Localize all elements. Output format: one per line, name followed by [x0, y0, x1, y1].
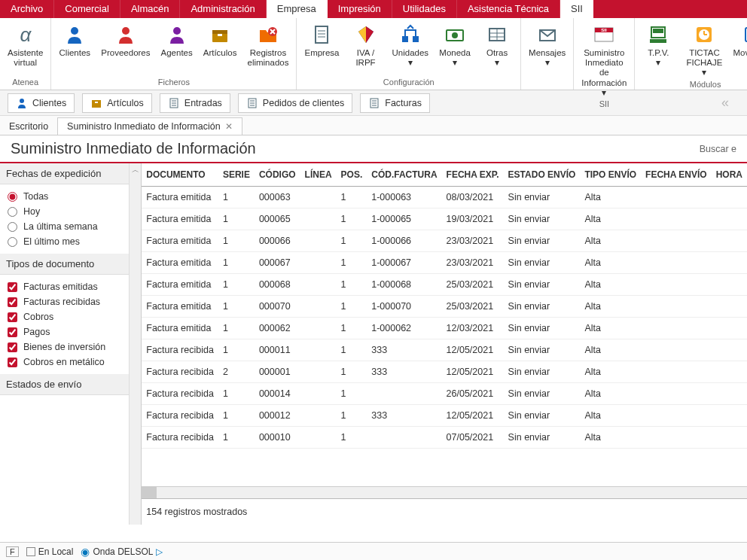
quick-button-facturas[interactable]: Facturas: [360, 93, 430, 113]
col-header[interactable]: LÍNEA: [300, 163, 337, 187]
menu-item-empresa[interactable]: Empresa: [267, 0, 328, 18]
table-row[interactable]: Factura emitida100006311-00006308/03/202…: [142, 187, 747, 208]
col-header[interactable]: HORA: [712, 163, 747, 187]
units-icon: [398, 23, 422, 47]
ribbon-button-asistente[interactable]: αAsistente virtual: [5, 21, 46, 69]
col-header[interactable]: FECHA ENVÍO: [641, 163, 712, 187]
ribbon-button-clientes[interactable]: Clientes: [56, 21, 93, 59]
ribbon-button-proveedores[interactable]: Proveedores: [98, 21, 153, 59]
ribbon-button-suministro-inmediato[interactable]: SIISuministro Inmediato de Información ▾: [578, 21, 630, 99]
col-header[interactable]: POS.: [337, 163, 367, 187]
ribbon-button-empresa[interactable]: Empresa: [301, 21, 342, 59]
col-header[interactable]: ESTADO ENVÍO: [504, 163, 581, 187]
filter-section-tipos[interactable]: Tipos de documento: [0, 254, 142, 275]
table-row[interactable]: Factura recibida1000010107/05/2021Sin en…: [142, 427, 747, 449]
filter-section-estados[interactable]: Estados de envío: [0, 374, 142, 395]
menu-item-sii[interactable]: SII: [560, 0, 593, 18]
page-title: Suministro Inmediato de Información: [11, 140, 256, 157]
check-tipo-4[interactable]: Bienes de inversión: [8, 339, 139, 355]
ribbon-button-t.p.v.[interactable]: T.P.V. ▾: [639, 21, 677, 69]
money-icon: [443, 23, 467, 47]
table-cell: 1: [337, 318, 367, 339]
table-row[interactable]: Factura recibida1000012133312/05/2021Sin…: [142, 405, 747, 427]
ribbon-button-otras[interactable]: Otras ▾: [478, 21, 516, 69]
table-cell: 000014: [255, 383, 300, 405]
col-header[interactable]: CÓDIGO: [255, 163, 300, 187]
ribbon-button-moneda[interactable]: Moneda ▾: [436, 21, 474, 69]
quick-button-pedidos-de-clientes[interactable]: Pedidos de clientes: [238, 93, 352, 113]
col-header[interactable]: TIPO ENVÍO: [580, 163, 641, 187]
check-tipo-5[interactable]: Cobros en metálico: [8, 355, 139, 370]
table-cell: 000001: [255, 361, 300, 383]
grid-horizontal-scrollbar[interactable]: [142, 486, 747, 498]
table-cell: Alta: [580, 252, 641, 274]
workspace-tab[interactable]: Escritorio: [0, 117, 57, 135]
menu-item-almacén[interactable]: Almacén: [120, 0, 181, 18]
radio-fecha-2[interactable]: La última semana: [8, 219, 139, 234]
table-row[interactable]: Factura recibida1000014126/05/2021Sin en…: [142, 383, 747, 405]
ribbon-button-tictac[interactable]: TICTAC FICHAJE ▾: [681, 21, 727, 80]
ribbon-button-mensajes[interactable]: Mensajes ▾: [526, 21, 569, 69]
collapse-ribbon-icon[interactable]: «: [711, 95, 739, 111]
filter-panel: Fechas de expedición TodasHoyLa última s…: [0, 163, 142, 525]
menu-item-comercial[interactable]: Comercial: [54, 0, 120, 18]
radio-fecha-3[interactable]: El último mes: [8, 234, 139, 249]
workspace-tab[interactable]: Suministro Inmediato de Información✕: [57, 117, 242, 135]
table-cell: 19/03/2021: [442, 208, 504, 230]
main-area: Fechas de expedición TodasHoyLa última s…: [0, 163, 747, 525]
menu-item-archivo[interactable]: Archivo: [0, 0, 54, 18]
table-cell: [300, 318, 337, 339]
table-row[interactable]: Factura emitida100007011-00007025/03/202…: [142, 296, 747, 318]
menu-item-utilidades[interactable]: Utilidades: [392, 0, 457, 18]
table-row[interactable]: Factura recibida2000001133312/05/2021Sin…: [142, 361, 747, 383]
quick-button-artículos[interactable]: Artículos: [82, 93, 152, 113]
table-row[interactable]: Factura recibida1000011133312/05/2021Sin…: [142, 339, 747, 361]
col-header[interactable]: SERIE: [218, 163, 255, 187]
svg-rect-33: [95, 102, 98, 103]
svg-point-1: [71, 27, 78, 35]
table-cell: [641, 318, 712, 339]
ribbon-button-registros[interactable]: Registros eliminados: [244, 21, 291, 69]
table-row[interactable]: Factura emitida100006511-00006519/03/202…: [142, 208, 747, 230]
table-row[interactable]: Factura emitida100006611-00006623/03/202…: [142, 230, 747, 252]
table-cell: [712, 405, 747, 427]
col-header[interactable]: FECHA EXP.: [442, 163, 504, 187]
ribbon-button-movilidad[interactable]: PvMovilidad ▾: [732, 21, 747, 69]
quick-button-clientes[interactable]: Clientes: [8, 93, 75, 113]
ribbon-button-unidades[interactable]: Unidades ▾: [389, 21, 432, 69]
ribbon-button-iva--[interactable]: IVA / IRPF: [347, 21, 385, 69]
table-cell: Alta: [580, 208, 641, 230]
check-tipo-0[interactable]: Facturas emitidas: [8, 279, 139, 294]
col-header[interactable]: CÓD.FACTURA: [367, 163, 441, 187]
data-grid[interactable]: DOCUMENTOSERIECÓDIGOLÍNEAPOS.CÓD.FACTURA…: [142, 163, 747, 486]
menu-item-asistencia-técnica[interactable]: Asistencia Técnica: [457, 0, 560, 18]
filter-section-fechas[interactable]: Fechas de expedición: [0, 163, 142, 184]
person-icon: [63, 23, 87, 47]
close-icon[interactable]: ✕: [225, 121, 233, 132]
table-cell: 1: [218, 318, 255, 339]
ribbon-button-artículos[interactable]: Artículos: [200, 21, 240, 59]
table-cell: Alta: [580, 339, 641, 361]
menu-item-administración[interactable]: Administración: [180, 0, 266, 18]
check-tipo-3[interactable]: Pagos: [8, 324, 139, 339]
table-cell: [300, 361, 337, 383]
check-tipo-1[interactable]: Facturas recibidas: [8, 294, 139, 309]
ribbon-group: ClientesProveedoresAgentesArtículosRegis…: [51, 18, 297, 90]
play-icon[interactable]: ▷: [156, 546, 163, 557]
table-row[interactable]: Factura emitida100006211-00006212/03/202…: [142, 318, 747, 339]
radio-fecha-0[interactable]: Todas: [8, 189, 139, 204]
table-cell: 08/03/2021: [442, 187, 504, 208]
menu-item-impresión[interactable]: Impresión: [328, 0, 392, 18]
table-cell: Factura emitida: [142, 187, 218, 208]
quick-button-entradas[interactable]: Entradas: [160, 93, 230, 113]
check-tipo-2[interactable]: Cobros: [8, 309, 139, 324]
table-row[interactable]: Factura emitida100006811-00006825/03/202…: [142, 274, 747, 296]
col-header[interactable]: DOCUMENTO: [142, 163, 218, 187]
search-input[interactable]: Buscar e: [700, 144, 736, 154]
page-header: Suministro Inmediato de Información Busc…: [0, 135, 747, 162]
filter-panel-scrollbar[interactable]: ︿: [129, 163, 141, 525]
table-row[interactable]: Factura emitida100006711-00006723/03/202…: [142, 252, 747, 274]
status-brand[interactable]: ◉ Onda DELSOL ▷: [81, 546, 163, 558]
radio-fecha-1[interactable]: Hoy: [8, 204, 139, 219]
ribbon-button-agentes[interactable]: Agentes: [158, 21, 196, 59]
